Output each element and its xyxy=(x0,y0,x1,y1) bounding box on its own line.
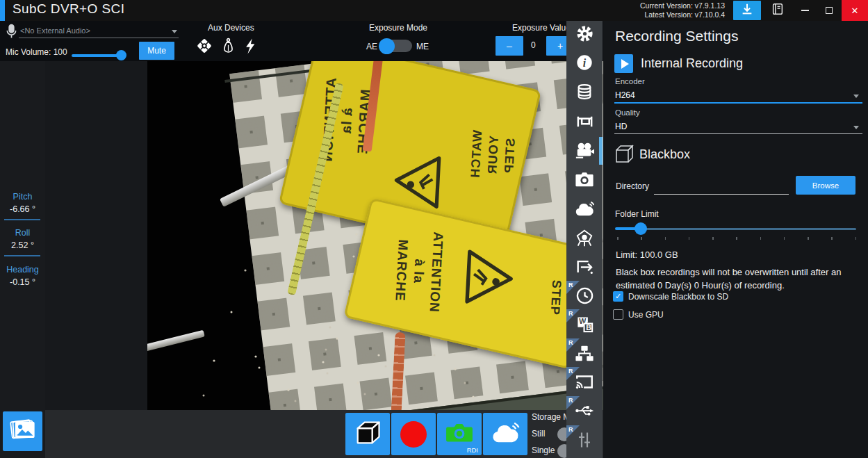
blackbox-button[interactable] xyxy=(345,413,390,455)
media-gallery-button[interactable] xyxy=(3,411,42,451)
minimize-button[interactable] xyxy=(794,0,816,21)
audio-source-select[interactable]: <No External Audio> xyxy=(19,24,179,38)
camera-video-frame: ATTENTION à la MARCHE WATCH YOUR STEP AT… xyxy=(147,61,603,410)
usb-icon[interactable] xyxy=(575,401,594,420)
slider-track xyxy=(641,228,856,231)
blackbox-cube-icon xyxy=(352,418,383,451)
exposure-mode-label: Exposure Mode xyxy=(369,23,427,33)
exposure-value-label: Exposure Value xyxy=(512,23,571,33)
browse-button[interactable]: Browse xyxy=(796,176,855,195)
microphone-icon xyxy=(6,24,17,42)
record-button[interactable] xyxy=(391,413,436,455)
marine-snow-particles xyxy=(147,61,149,63)
blackbox-cube-outline-icon xyxy=(613,142,635,167)
latest-version: Latest Version: v7.10.0.4 xyxy=(640,10,725,19)
use-gpu-checkbox[interactable] xyxy=(613,309,623,320)
chevron-down-icon[interactable] xyxy=(853,126,859,129)
stills-camera-icon[interactable] xyxy=(575,170,594,189)
heading-label: Heading xyxy=(0,265,45,275)
telemetry-sidebar: Pitch -6.66 ° Roll 2.52 ° Heading -0.15 … xyxy=(0,61,45,458)
warning-triangle-icon xyxy=(391,153,445,210)
slider-ticks xyxy=(617,237,856,240)
roll-value: 2.52 ° xyxy=(0,240,45,250)
network-icon[interactable] xyxy=(575,343,594,363)
internal-recording-play-button[interactable] xyxy=(614,54,633,73)
aux-lamp-icon[interactable] xyxy=(575,228,594,247)
mic-volume-label: Mic Volume: 100 xyxy=(6,47,67,57)
mic-volume-slider[interactable] xyxy=(72,50,127,60)
settings-nav-strip: i R WB R R xyxy=(566,21,603,458)
encoder-label: Encoder xyxy=(615,77,645,85)
svg-text:i: i xyxy=(583,57,587,69)
exposure-decrease-button[interactable]: – xyxy=(496,36,523,56)
beacon-icon[interactable] xyxy=(195,37,213,58)
pitch-value: -6.66 ° xyxy=(0,204,45,214)
recording-settings-panel: Recording Settings Internal Recording En… xyxy=(603,21,868,458)
metal-rail xyxy=(147,330,205,353)
quality-underline xyxy=(614,133,862,134)
aux-devices-group xyxy=(195,36,265,58)
slider-thumb[interactable] xyxy=(116,50,126,60)
still-camera-icon xyxy=(445,421,474,448)
cloud-upload-icon[interactable] xyxy=(575,199,594,218)
roll-label: Roll xyxy=(0,228,45,238)
exit-icon[interactable] xyxy=(575,257,594,277)
app-title: SubC DVR+O SCI xyxy=(13,1,124,17)
quality-value[interactable]: HD xyxy=(615,122,627,131)
cast-icon[interactable] xyxy=(575,372,594,391)
settings-icon[interactable] xyxy=(575,24,594,43)
trim-sliders-icon[interactable] xyxy=(575,430,594,450)
folder-limit-label: Folder Limit xyxy=(615,209,659,219)
directory-label: Directory xyxy=(616,181,649,191)
toggle-knob xyxy=(379,38,395,54)
audio-source-value: <No External Audio> xyxy=(20,26,90,35)
folder-limit-slider[interactable] xyxy=(615,222,856,235)
current-version: Current Version: v7.9.1.13 xyxy=(640,1,725,10)
slider-thumb[interactable] xyxy=(634,222,647,235)
close-button[interactable]: ✕ xyxy=(842,0,868,21)
quality-label: Quality xyxy=(615,108,640,117)
still-capture-button[interactable]: RDI xyxy=(437,413,482,455)
slider-track xyxy=(72,54,122,57)
use-gpu-label: Use GPU xyxy=(628,310,664,320)
divider xyxy=(4,219,40,220)
white-balance-icon[interactable]: WB xyxy=(575,314,594,334)
dvr-icon[interactable] xyxy=(575,111,594,131)
internal-recording-heading: Internal Recording xyxy=(641,56,743,71)
mute-button[interactable]: Mute xyxy=(139,42,174,60)
encoder-value[interactable]: H264 xyxy=(615,90,635,100)
lamp-icon[interactable] xyxy=(222,37,235,58)
chevron-down-icon[interactable] xyxy=(853,95,859,98)
video-feed-area: ATTENTION à la MARCHE WATCH YOUR STEP AT… xyxy=(45,61,603,410)
board-bottom-rail xyxy=(268,379,603,410)
maximize-button[interactable] xyxy=(818,0,840,21)
selected-tab-indicator xyxy=(599,137,603,165)
rdi-label: RDI xyxy=(467,446,478,454)
cloud-signal-icon xyxy=(490,420,521,448)
still-mode-label: Still xyxy=(532,429,545,439)
maximize-icon xyxy=(826,7,833,14)
storage-icon[interactable] xyxy=(575,82,594,101)
title-accent-bar xyxy=(0,0,5,21)
chevron-down-icon xyxy=(172,30,177,33)
system-info-icon[interactable]: i xyxy=(575,53,594,72)
recording-icon[interactable] xyxy=(575,140,594,160)
lightning-icon[interactable] xyxy=(243,37,257,58)
record-icon xyxy=(400,421,427,448)
download-update-button[interactable] xyxy=(733,1,761,20)
downscale-checkbox[interactable]: ✓ xyxy=(613,291,623,302)
limit-value-text: Limit: 100.0 GB xyxy=(616,250,678,260)
log-journal-button[interactable] xyxy=(767,0,788,21)
exposure-mode-toggle[interactable] xyxy=(380,40,412,52)
aux-devices-label: Aux Devices xyxy=(208,23,254,33)
cloud-upload-button[interactable] xyxy=(483,413,527,455)
play-icon xyxy=(621,59,629,69)
me-label: ME xyxy=(416,42,429,51)
sign-text-mirrored: WATCH YOUR STEP xyxy=(466,101,521,208)
record-timer-icon[interactable] xyxy=(575,286,594,305)
blackbox-heading: Blackbox xyxy=(639,147,690,162)
directory-input[interactable] xyxy=(654,175,789,195)
sign-text: ATTENTION à la MARCHE xyxy=(391,218,448,325)
titlebar: SubC DVR+O SCI Current Version: v7.9.1.1… xyxy=(0,0,868,21)
divider xyxy=(4,255,40,256)
